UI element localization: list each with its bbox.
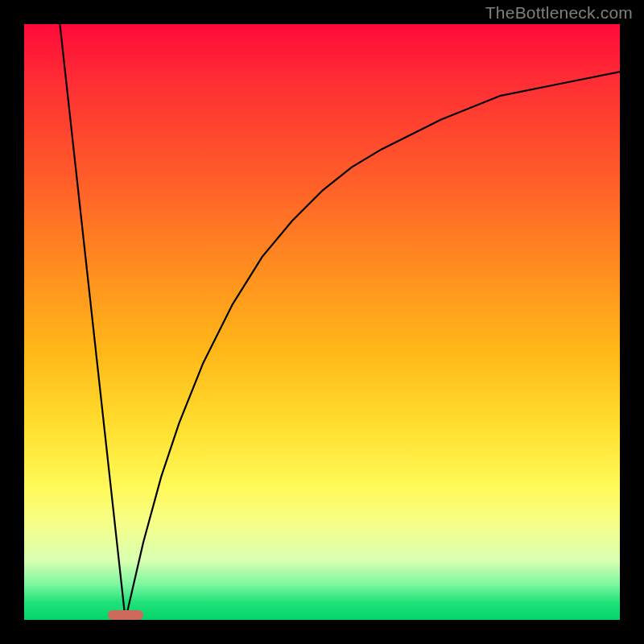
bottleneck-curve <box>24 24 620 620</box>
optimal-marker <box>108 610 143 620</box>
plot-area <box>24 24 620 620</box>
chart-frame: TheBottleneck.com <box>0 0 644 644</box>
watermark-text: TheBottleneck.com <box>485 3 633 23</box>
